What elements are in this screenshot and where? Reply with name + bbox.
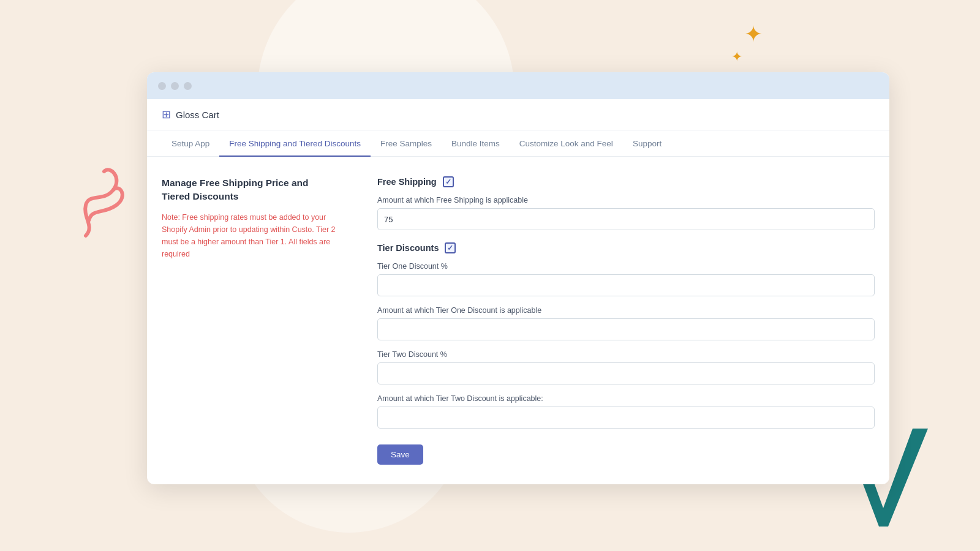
- app-logo-icon: ⊞: [162, 108, 171, 121]
- browser-titlebar: [147, 72, 889, 99]
- free-shipping-label: Free Shipping: [377, 177, 437, 187]
- free-shipping-amount-label: Amount at which Free Shipping is applica…: [377, 196, 875, 204]
- browser-content: ⊞ Gloss Cart Setup App Free Shipping and…: [147, 99, 889, 484]
- tier-discounts-label: Tier Discounts: [377, 243, 439, 253]
- free-shipping-checkbox[interactable]: [443, 176, 454, 187]
- tier-discounts-checkbox[interactable]: [445, 242, 456, 253]
- app-title: Gloss Cart: [176, 110, 219, 120]
- section-title: Manage Free Shipping Price and Tiered Di…: [162, 176, 338, 203]
- save-button[interactable]: Save: [377, 444, 423, 465]
- tier-one-discount-label: Tier One Discount %: [377, 262, 875, 271]
- browser-window: ⊞ Gloss Cart Setup App Free Shipping and…: [147, 72, 889, 484]
- tab-customize[interactable]: Customize Look and Feel: [510, 130, 623, 157]
- main-content: Manage Free Shipping Price and Tiered Di…: [147, 157, 889, 484]
- tier-two-discount-group: Tier Two Discount %: [377, 350, 875, 384]
- tier-one-amount-group: Amount at which Tier One Discount is app…: [377, 306, 875, 340]
- tier-two-amount-label: Amount at which Tier Two Discount is app…: [377, 394, 875, 403]
- tier-two-discount-input[interactable]: [377, 362, 875, 384]
- left-panel: Manage Free Shipping Price and Tiered Di…: [162, 176, 358, 465]
- tier-one-amount-label: Amount at which Tier One Discount is app…: [377, 306, 875, 315]
- app-header: ⊞ Gloss Cart: [147, 99, 889, 130]
- free-shipping-amount-group: Amount at which Free Shipping is applica…: [377, 196, 875, 230]
- note-text: Note: Free shipping rates must be added …: [162, 211, 338, 260]
- tier-two-amount-input[interactable]: [377, 407, 875, 429]
- tab-free-samples[interactable]: Free Samples: [371, 130, 442, 157]
- nav-tabs: Setup App Free Shipping and Tiered Disco…: [147, 130, 889, 157]
- browser-dot-2: [171, 82, 179, 90]
- tier-one-discount-input[interactable]: [377, 274, 875, 296]
- browser-dot-1: [158, 82, 166, 90]
- free-shipping-amount-input[interactable]: [377, 208, 875, 230]
- sparkle-small-icon: ✦: [731, 50, 742, 64]
- free-shipping-header: Free Shipping: [377, 176, 875, 187]
- tier-two-discount-label: Tier Two Discount %: [377, 350, 875, 359]
- browser-dot-3: [184, 82, 192, 90]
- tab-bundle-items[interactable]: Bundle Items: [442, 130, 510, 157]
- tab-support[interactable]: Support: [623, 130, 671, 157]
- pink-squiggle-decoration: [55, 159, 135, 239]
- tier-two-amount-group: Amount at which Tier Two Discount is app…: [377, 394, 875, 429]
- sparkle-large-icon: ✦: [744, 23, 763, 45]
- right-panel: Free Shipping Amount at which Free Shipp…: [358, 176, 875, 465]
- tier-one-amount-input[interactable]: [377, 318, 875, 340]
- tier-discounts-header: Tier Discounts: [377, 242, 875, 253]
- tab-setup-app[interactable]: Setup App: [162, 130, 219, 157]
- tab-free-shipping[interactable]: Free Shipping and Tiered Discounts: [219, 130, 371, 157]
- tier-one-discount-group: Tier One Discount %: [377, 262, 875, 296]
